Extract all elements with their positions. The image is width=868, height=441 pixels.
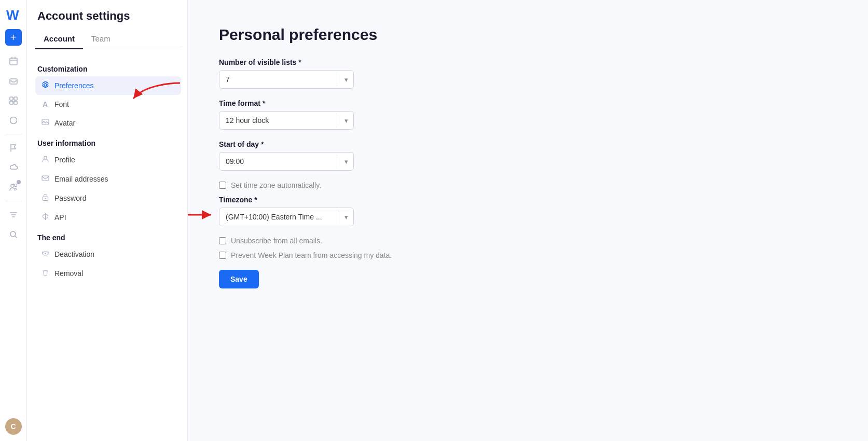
user-avatar[interactable]: C <box>5 418 22 435</box>
nav-grid-icon[interactable] <box>5 92 22 109</box>
unsubscribe-checkbox[interactable] <box>219 237 226 244</box>
deactivation-icon <box>40 250 50 259</box>
trash-icon <box>40 269 50 278</box>
plus-icon: + <box>10 32 17 43</box>
visible-lists-select[interactable]: 7 1234568910 <box>219 70 354 89</box>
select-divider-4 <box>337 210 337 224</box>
timezone-select[interactable]: (GMT+10:00) Eastern Time ... (GMT+00:00)… <box>219 208 354 226</box>
icon-bar: W + C <box>0 0 27 441</box>
profile-icon <box>40 155 50 164</box>
add-button[interactable]: + <box>5 29 22 46</box>
gear-icon <box>40 81 50 90</box>
start-of-day-label: Start of day * <box>219 140 837 148</box>
svg-point-15 <box>45 198 46 199</box>
nav-inbox-icon[interactable] <box>5 73 22 89</box>
tab-account[interactable]: Account <box>35 30 83 49</box>
svg-point-8 <box>11 184 14 187</box>
font-icon: A <box>40 100 50 108</box>
main-content: Personal preferences Number of visible l… <box>188 0 868 441</box>
select-divider <box>337 72 337 87</box>
svg-point-7 <box>10 117 17 124</box>
sidebar-item-api-label: API <box>54 213 66 222</box>
avatar-initial: C <box>10 422 16 431</box>
prevent-access-checkbox[interactable] <box>219 252 226 259</box>
lock-icon <box>40 194 50 203</box>
start-of-day-select-wrapper: 09:00 06:0007:0008:0010:0011:00 ▾ <box>219 152 354 171</box>
sidebar-item-avatar-label: Avatar <box>54 119 75 127</box>
sidebar-item-deactivation-label: Deactivation <box>54 250 94 258</box>
field-time-format: Time format * 12 hour clock 24 hour cloc… <box>219 99 837 130</box>
timezone-select-wrapper: (GMT+10:00) Eastern Time ... (GMT+00:00)… <box>219 208 354 226</box>
nav-divider-2 <box>5 201 22 201</box>
sidebar-item-profile-label: Profile <box>54 156 75 164</box>
section-user-info: User information <box>35 135 181 150</box>
tab-team[interactable]: Team <box>83 30 119 49</box>
sidebar: Account settings Account Team Customizat… <box>27 0 188 441</box>
api-icon <box>40 213 50 222</box>
sidebar-item-password-label: Password <box>54 194 86 202</box>
sidebar-item-api[interactable]: API <box>35 208 181 227</box>
auto-timezone-row: Set time zone automatically. <box>219 181 837 189</box>
prevent-access-label: Prevent Week Plan team from accessing my… <box>231 251 392 259</box>
nav-people-icon[interactable] <box>5 179 22 196</box>
visible-lists-select-wrapper: 7 1234568910 ▾ <box>219 70 354 89</box>
sidebar-item-preferences[interactable]: Preferences <box>35 76 181 95</box>
nav-calendar-icon[interactable] <box>5 53 22 70</box>
svg-rect-3 <box>10 97 13 100</box>
nav-filter-icon[interactable] <box>5 206 22 223</box>
sidebar-item-preferences-label: Preferences <box>54 81 93 90</box>
save-button[interactable]: Save <box>219 270 259 288</box>
sidebar-item-avatar[interactable]: Avatar <box>35 114 181 132</box>
sidebar-item-font-label: Font <box>54 100 69 108</box>
select-divider-2 <box>337 113 337 128</box>
sidebar-item-deactivation[interactable]: Deactivation <box>35 245 181 264</box>
email-icon <box>40 174 50 184</box>
svg-rect-13 <box>42 176 49 181</box>
sidebar-item-password[interactable]: Password <box>35 189 181 208</box>
svg-rect-4 <box>14 97 17 100</box>
field-visible-lists: Number of visible lists * 7 1234568910 ▾ <box>219 58 837 89</box>
svg-point-17 <box>45 253 46 254</box>
auto-timezone-label: Set time zone automatically. <box>231 181 321 189</box>
nav-search-icon[interactable] <box>5 226 22 243</box>
sidebar-item-font[interactable]: A Font <box>35 95 181 113</box>
unsubscribe-label: Unsubscribe from all emails. <box>231 237 322 245</box>
sidebar-item-removal-label: Removal <box>54 269 83 278</box>
svg-point-9 <box>14 184 17 187</box>
sidebar-tabs: Account Team <box>35 30 181 49</box>
visible-lists-label: Number of visible lists * <box>219 58 837 66</box>
time-format-label: Time format * <box>219 99 837 107</box>
sidebar-item-email-label: Email addresses <box>54 175 108 183</box>
avatar-icon <box>40 118 50 128</box>
page-title: Personal preferences <box>219 26 837 44</box>
nav-cloud-icon[interactable] <box>5 159 22 176</box>
sidebar-item-removal[interactable]: Removal <box>35 264 181 283</box>
section-the-end: The end <box>35 229 181 245</box>
auto-timezone-checkbox[interactable] <box>219 182 226 189</box>
svg-rect-6 <box>14 101 17 104</box>
sidebar-item-email[interactable]: Email addresses <box>35 170 181 188</box>
nav-circle-icon[interactable] <box>5 112 22 129</box>
nav-flag-icon[interactable] <box>5 140 22 156</box>
svg-text:W: W <box>6 7 19 23</box>
time-format-select-wrapper: 12 hour clock 24 hour clock ▾ <box>219 111 354 130</box>
field-timezone: Timezone * (GMT+10:00) Eastern Time ... … <box>219 196 837 226</box>
svg-rect-1 <box>10 58 17 65</box>
nav-divider <box>5 134 22 134</box>
app-logo: W <box>5 6 22 23</box>
select-divider-3 <box>337 154 337 169</box>
section-customization: Customization <box>35 61 181 76</box>
prevent-access-row: Prevent Week Plan team from accessing my… <box>219 251 837 259</box>
svg-rect-2 <box>10 79 17 84</box>
sidebar-title: Account settings <box>35 9 181 23</box>
timezone-label: Timezone * <box>219 196 837 204</box>
time-format-select[interactable]: 12 hour clock 24 hour clock <box>219 111 354 130</box>
unsubscribe-row: Unsubscribe from all emails. <box>219 237 837 245</box>
field-start-of-day: Start of day * 09:00 06:0007:0008:0010:0… <box>219 140 837 171</box>
start-of-day-select[interactable]: 09:00 06:0007:0008:0010:0011:00 <box>219 152 354 171</box>
sidebar-item-profile[interactable]: Profile <box>35 150 181 169</box>
svg-rect-5 <box>10 101 13 104</box>
